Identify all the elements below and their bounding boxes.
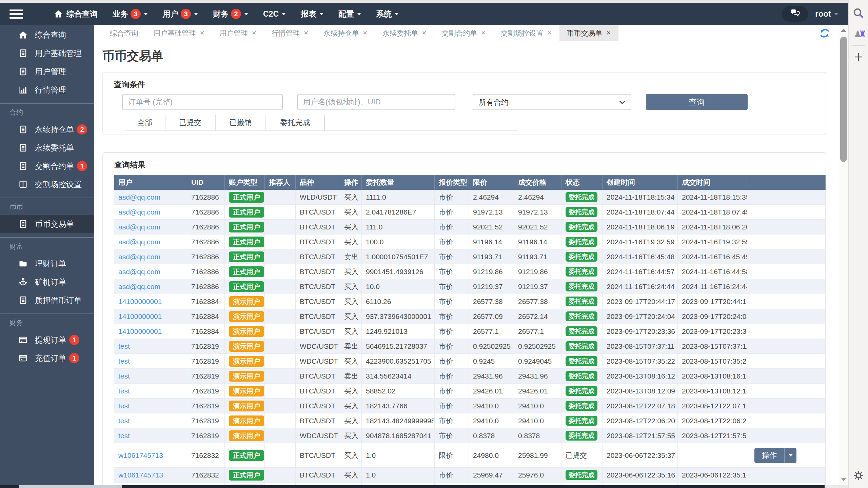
sidebar-item-币币交易单[interactable]: 币币交易单 bbox=[0, 215, 94, 233]
settings-gear-icon[interactable] bbox=[849, 468, 868, 483]
user-link[interactable]: w1061745713 bbox=[118, 451, 163, 460]
search-icon[interactable] bbox=[849, 5, 868, 21]
uid-cell: 7162886 bbox=[187, 264, 225, 279]
user-link[interactable]: asd@qq.com bbox=[118, 268, 160, 276]
sidebar-item-行情管理[interactable]: 行情管理 bbox=[0, 81, 94, 99]
add-icon[interactable] bbox=[849, 49, 868, 65]
row-action-button[interactable]: 操作 bbox=[754, 448, 796, 463]
close-icon[interactable]: ✕ bbox=[422, 29, 427, 37]
user-link[interactable]: asd@qq.com bbox=[118, 208, 160, 216]
table-header-row: 用户UID账户类型推荐人品种操作委托数量报价类型限价成交价格状态创建时间成交时间 bbox=[114, 175, 826, 190]
sidebar-item-用户基础管理[interactable]: 用户基础管理 bbox=[0, 44, 94, 62]
contract-select-control[interactable]: 所有合约 bbox=[473, 94, 631, 110]
user-link[interactable]: test bbox=[118, 432, 130, 440]
username-input[interactable] bbox=[297, 94, 455, 110]
tab-交割场控设置[interactable]: 交割场控设置✕ bbox=[493, 25, 559, 41]
table-row: w10617457137162832正式用户BTC/USDT买入1.0市价259… bbox=[114, 468, 826, 483]
order-id-input[interactable] bbox=[122, 94, 283, 110]
row-action-dropdown[interactable] bbox=[784, 448, 796, 463]
filter-已提交[interactable]: 已提交 bbox=[165, 115, 216, 130]
pair-cell: WDC/USDT bbox=[296, 354, 340, 368]
close-icon[interactable]: ✕ bbox=[481, 29, 486, 37]
sidebar-item-充值订单[interactable]: 充值订单1 bbox=[0, 349, 94, 367]
vertical-scrollbar[interactable] bbox=[839, 25, 848, 485]
sidebar-divider bbox=[0, 198, 94, 198]
sidebar-item-提现订单[interactable]: 提现订单1 bbox=[0, 331, 94, 349]
contract-select[interactable]: 所有合约 bbox=[473, 94, 631, 110]
sidebar-item-综合查询[interactable]: 综合查询 bbox=[0, 26, 94, 44]
tab-永续委托单[interactable]: 永续委托单✕ bbox=[375, 25, 434, 41]
sidebar-item-label: 理财订单 bbox=[35, 259, 66, 269]
horizontal-scrollbar[interactable] bbox=[0, 485, 868, 488]
nav-item-用户[interactable]: 用户3 bbox=[163, 9, 198, 19]
filter-委托完成[interactable]: 委托完成 bbox=[266, 115, 325, 130]
sidebar-item-交割场控设置[interactable]: 交割场控设置 bbox=[0, 175, 94, 194]
sidebar-item-永续持仓单[interactable]: 永续持仓单2 bbox=[0, 120, 94, 139]
close-icon[interactable]: ✕ bbox=[252, 29, 256, 37]
nav-item-综合查询[interactable]: 综合查询 bbox=[54, 9, 98, 19]
nav-item-配置[interactable]: 配置 bbox=[338, 9, 361, 19]
amount-cell: 1111.0 bbox=[362, 190, 435, 204]
close-icon[interactable]: ✕ bbox=[200, 29, 204, 37]
vertical-scrollbar-thumb[interactable] bbox=[840, 37, 847, 162]
status-badge: 委托完成 bbox=[566, 222, 597, 232]
scroll-down-arrow-icon[interactable] bbox=[841, 478, 846, 481]
sidebar-item-用户管理[interactable]: 用户管理 bbox=[0, 62, 94, 81]
user-link[interactable]: asd@qq.com bbox=[118, 253, 160, 261]
user-menu[interactable]: root bbox=[815, 9, 838, 19]
tab-用户基础管理[interactable]: 用户基础管理✕ bbox=[146, 25, 212, 41]
close-icon[interactable]: ✕ bbox=[363, 29, 368, 37]
user-link[interactable]: test bbox=[118, 342, 130, 350]
status-cell: 委托完成 bbox=[561, 354, 603, 368]
user-link[interactable]: test bbox=[118, 357, 130, 365]
nav-item-业务[interactable]: 业务3 bbox=[113, 9, 148, 19]
deal-price-cell: 29426.01 bbox=[514, 384, 561, 398]
refresh-button[interactable] bbox=[819, 25, 830, 41]
messages-button[interactable] bbox=[782, 6, 808, 22]
referrer-cell bbox=[265, 279, 296, 294]
scroll-up-arrow-icon[interactable] bbox=[841, 28, 846, 32]
user-link[interactable]: asd@qq.com bbox=[118, 223, 160, 231]
tab-币币交易单[interactable]: 币币交易单✕ bbox=[559, 25, 618, 41]
nav-item-报表[interactable]: 报表 bbox=[301, 9, 323, 19]
created-time-cell: 2023-09-17T20:23:36 bbox=[603, 324, 678, 339]
filter-全部[interactable]: 全部 bbox=[125, 115, 165, 130]
query-button[interactable]: 查询 bbox=[646, 94, 748, 110]
tab-行情管理[interactable]: 行情管理✕ bbox=[264, 25, 316, 41]
sidebar-item-理财订单[interactable]: 理财订单 bbox=[0, 255, 94, 273]
user-link[interactable]: asd@qq.com bbox=[118, 238, 160, 246]
sidebar-item-矿机订单[interactable]: 矿机订单 bbox=[0, 273, 94, 291]
nav-item-系统[interactable]: 系统 bbox=[376, 9, 399, 19]
user-link[interactable]: test bbox=[118, 402, 130, 410]
user-link[interactable]: w1061745713 bbox=[118, 471, 163, 479]
tab-交割合约单[interactable]: 交割合约单✕ bbox=[434, 25, 493, 41]
nav-item-财务[interactable]: 财务2 bbox=[213, 9, 248, 19]
tab-永续持仓单[interactable]: 永续持仓单✕ bbox=[316, 25, 375, 41]
filter-已撤销[interactable]: 已撤销 bbox=[216, 115, 266, 130]
tab-综合查询[interactable]: 综合查询 bbox=[102, 25, 146, 41]
sidebar-item-质押借币订单[interactable]: 质押借币订单 bbox=[0, 291, 94, 309]
horizontal-scrollbar-thumb[interactable] bbox=[19, 485, 122, 488]
referrer-cell bbox=[265, 235, 296, 249]
user-link[interactable]: test bbox=[118, 417, 130, 425]
chess-extension-icon[interactable]: ♟♜ bbox=[849, 26, 868, 42]
user-link[interactable]: 14100000001 bbox=[118, 312, 162, 321]
user-link[interactable]: test bbox=[118, 387, 130, 395]
close-icon[interactable]: ✕ bbox=[304, 29, 309, 37]
close-icon[interactable]: ✕ bbox=[606, 29, 611, 37]
content-area: 币币交易单 查询条件 所有合约 查询 全部已提交已撤销委托完成 bbox=[94, 41, 839, 485]
tab-用户管理[interactable]: 用户管理✕ bbox=[212, 25, 264, 41]
sidebar-item-永续委托单[interactable]: 永续委托单 bbox=[0, 139, 94, 157]
limit-price-cell: 26577.38 bbox=[469, 294, 514, 309]
user-link[interactable]: test bbox=[118, 372, 130, 380]
user-link[interactable]: 14100000001 bbox=[118, 298, 162, 306]
created-time-cell: 2023-06-04T20:05 bbox=[603, 483, 678, 485]
user-link[interactable]: asd@qq.com bbox=[118, 193, 160, 201]
nav-item-C2C[interactable]: C2C bbox=[263, 9, 286, 19]
column-header-品种: 品种 bbox=[296, 175, 340, 190]
hamburger-menu-icon[interactable] bbox=[9, 7, 33, 21]
user-link[interactable]: asd@qq.com bbox=[118, 283, 160, 291]
sidebar-item-交割合约单[interactable]: 交割合约单1 bbox=[0, 157, 94, 175]
user-link[interactable]: 14100000001 bbox=[118, 327, 162, 336]
close-icon[interactable]: ✕ bbox=[547, 29, 552, 37]
